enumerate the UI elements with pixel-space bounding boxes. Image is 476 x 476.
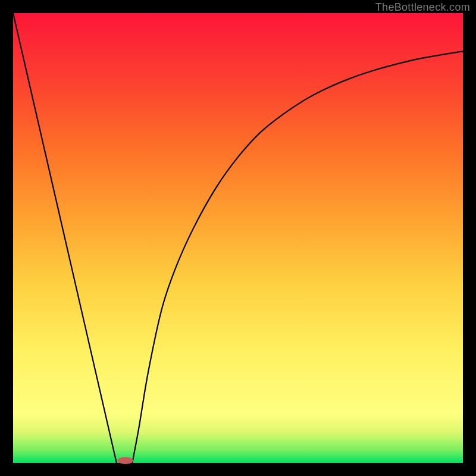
optimal-marker	[118, 457, 133, 464]
chart-frame: TheBottleneck.com	[0, 0, 476, 476]
plot-area	[13, 13, 463, 463]
watermark-text: TheBottleneck.com	[375, 1, 470, 14]
bottleneck-curve	[13, 13, 463, 463]
